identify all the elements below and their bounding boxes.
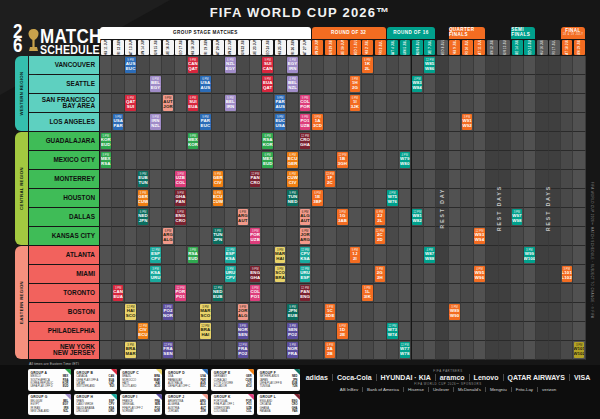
grid-cell [449,132,461,151]
grid-cell [412,151,424,170]
grid-cell [461,265,473,284]
grid-cell: 12 PMESPKSA [225,246,237,265]
sponsor-logo: VISA [569,374,594,381]
grid-cell [150,189,162,208]
grid-cell: 9 PMAUSEUC [125,56,137,75]
match-time: 3 PM [115,287,122,290]
grid-cell [100,227,112,246]
match-cell: 9 PMEUBTUN [138,171,148,187]
match-cell: 12 PMURUESP [300,266,310,282]
grid-cell: 9 PMUSAPAR [112,113,124,132]
grid-cell: 12 PM2C2D [374,227,386,246]
match-time: 3 PM [464,116,471,119]
grid-cell [125,132,137,151]
grid-cell [524,265,536,284]
grid-cell [237,132,249,151]
grid-cell [436,322,448,341]
date-label: THU 9 JUL [449,40,460,55]
match-time: 4 PM [426,249,433,252]
grid-cell [312,94,324,113]
grid-cell [536,322,548,341]
grid-cell [561,303,573,322]
grid-cell [561,94,573,113]
date-label: WED 15 JUL [524,40,535,55]
grid-cell [137,303,149,322]
match-team-bottom: QAT [188,67,197,72]
sponsor-logo: adidas [302,374,332,381]
grid-cell [112,151,124,170]
grid-cell [362,208,374,227]
grid-cell [212,56,224,75]
grid-cell: 12 PMFRAPO2 [237,341,249,360]
grid-cell [237,189,249,208]
grid-cell: 3 PMURUCPV [225,265,237,284]
grid-cell [237,170,249,189]
grid-cell [200,151,212,170]
grid-cell [324,322,336,341]
grid-cell [436,284,448,303]
grid-cell [536,170,548,189]
grid-cell [424,322,436,341]
grid-cell [511,75,523,94]
grid-cell: 12 PMW77W78 [399,341,411,360]
grid-cell [100,56,112,75]
match-time: 4 PM [289,78,296,81]
match-team-bottom: 3IK [364,295,371,300]
grid-cell [424,75,436,94]
team-code: SUI [110,385,114,388]
grid-cell [187,303,199,322]
grid-cell [436,75,448,94]
grid-cell [499,56,511,75]
team-code: URU [109,410,115,413]
match-team-bottom: EUB [288,314,298,319]
match-time: 8 PM [102,154,109,157]
match-cell: 6 PM1E3BF [312,190,322,206]
grid-cell [237,75,249,94]
match-cell: 6 PMECUGER [287,152,297,168]
phase-header-qf: QUARTER FINALS [449,27,485,39]
grid-cell [549,227,561,246]
group-box-g: GROUP GBELGIUMBELEGYPTEGYIR IRANIRNNEW Z… [28,394,71,416]
match-time: 6 PM [339,325,346,328]
grid-cell [374,246,386,265]
grid-cell [125,265,137,284]
phase-header-gs: GROUP STAGE MATCHES [100,27,311,39]
match-time: 12 PM [301,249,309,252]
grid-cell [549,56,561,75]
date-text: TUE 16 JUN [166,40,170,55]
grid-cell [262,227,274,246]
sponsor-logo: Hisense [403,387,428,392]
grid-cell [561,284,573,303]
match-team-bottom: CUW [138,200,148,205]
grid-cell [474,189,486,208]
group-box-title: GROUP B [76,371,114,375]
group-team-row: PANAMAPAN [260,410,298,413]
match-cell: 3 PM1A3CD [312,114,322,130]
group-box-i: GROUP IFRANCEFRASENEGALSENFIFA PLAY-OFF … [120,394,163,416]
grid-cell [337,94,349,113]
match-time: 12 PM [239,344,247,347]
region-label: EASTERN REGION [19,281,24,324]
date-label: MON 15 JUN [150,40,161,55]
grid-cell [262,170,274,189]
city-label: GUADALAJARA [29,132,99,150]
match-team-bottom: 2L [377,219,382,224]
grid-cell [175,246,187,265]
grid-cell: 3 PMW89W90 [449,303,461,322]
match-time: 3 PM [289,344,296,347]
grid-cell [125,227,137,246]
grid-cell [125,170,137,189]
grid-cell [362,322,374,341]
match-time: 12 PM [388,325,396,328]
grid-cell [436,303,448,322]
date-label: TUE 14 JUL [512,40,523,55]
match-team-bottom: MAR [125,352,135,357]
match-time: 3 PM [140,192,147,195]
grid-cell: 12 PMCROGHA [299,132,311,151]
group-color-corner [202,369,208,375]
match-team-bottom: EUA [113,295,123,300]
grid-cell [424,151,436,170]
phase-label: GROUP STAGE MATCHES [173,31,238,36]
match-time: 12 PM [401,344,409,347]
date-text: FRI 19 JUN [204,40,208,55]
